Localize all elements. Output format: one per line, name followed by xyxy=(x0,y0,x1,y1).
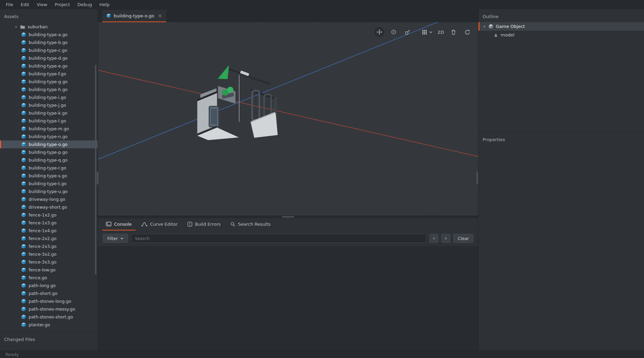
asset-file-name: fence-2x2.go xyxy=(29,236,57,241)
asset-file-row[interactable]: building-type-b.go xyxy=(0,39,98,46)
menu-item-label: Help xyxy=(99,2,110,7)
asset-file-name: building-type-s.go xyxy=(29,173,67,178)
tab-console[interactable]: Console xyxy=(102,218,136,230)
asset-file-row[interactable]: fence-low.go xyxy=(0,266,98,274)
game-object-file-icon xyxy=(21,142,26,147)
menu-item[interactable]: Debug xyxy=(74,0,96,9)
asset-file-row[interactable]: fence-2x3.go xyxy=(0,242,98,250)
asset-file-row[interactable]: building-type-e.go xyxy=(0,62,98,70)
asset-file-row[interactable]: building-type-j.go xyxy=(0,101,98,109)
grid-settings-button[interactable] xyxy=(421,27,433,37)
caret-down-icon[interactable]: ▾ xyxy=(483,25,486,28)
game-object-file-icon xyxy=(21,48,26,53)
asset-file-row[interactable]: building-type-i.go xyxy=(0,93,98,101)
x-axis-line xyxy=(98,70,478,156)
asset-file-row[interactable]: driveway-short.go xyxy=(0,203,98,211)
asset-file-name: building-type-d.go xyxy=(29,56,68,61)
prev-match-button[interactable]: ‹ xyxy=(429,234,438,243)
outline-row-model[interactable]: model xyxy=(478,31,644,39)
tab-curve-editor[interactable]: Curve Editor xyxy=(138,218,182,230)
tab-search-results[interactable]: Search Results xyxy=(226,218,274,230)
asset-file-row[interactable]: fence-1x4.go xyxy=(0,227,98,235)
asset-file-row[interactable]: path-short.go xyxy=(0,289,98,297)
filter-button[interactable]: Filter xyxy=(103,234,128,243)
asset-file-row[interactable]: driveway-long.go xyxy=(0,195,98,203)
asset-file-row[interactable]: fence-3x2.go xyxy=(0,250,98,258)
asset-file-row[interactable]: planter.go xyxy=(0,321,98,329)
asset-file-row[interactable]: fence-3x3.go xyxy=(0,258,98,266)
asset-file-row[interactable]: fence-2x2.go xyxy=(0,235,98,242)
outline-row-game-object[interactable]: ▾ Game Object xyxy=(478,22,644,31)
menu-item[interactable]: View xyxy=(33,0,51,9)
console-search-input[interactable] xyxy=(131,234,426,243)
asset-file-row[interactable]: building-type-d.go xyxy=(0,54,98,62)
asset-file-row[interactable]: path-long.go xyxy=(0,282,98,289)
menu-item[interactable]: File xyxy=(2,0,17,9)
warning-icon xyxy=(187,222,192,227)
folder-label: suburban xyxy=(28,24,48,29)
asset-file-row[interactable]: building-type-p.go xyxy=(0,148,98,156)
menu-item[interactable]: Edit xyxy=(17,0,33,9)
toggle-2d-button[interactable]: 2D xyxy=(438,27,444,37)
splitter-grip[interactable] xyxy=(282,216,294,218)
asset-file-row[interactable]: building-type-k.go xyxy=(0,109,98,117)
game-object-file-icon xyxy=(21,228,26,233)
tab-build-errors[interactable]: Build Errors xyxy=(184,218,224,230)
game-object-file-icon xyxy=(21,126,26,131)
asset-file-name: building-type-l.go xyxy=(29,118,66,123)
game-object-file-icon xyxy=(21,283,26,288)
scene-viewport[interactable]: 2D xyxy=(98,22,478,215)
asset-file-row[interactable]: path-stones-long.go xyxy=(0,297,98,305)
trash-button[interactable] xyxy=(449,27,458,37)
refresh-button[interactable] xyxy=(462,27,472,37)
clear-console-button[interactable]: Clear xyxy=(453,234,473,243)
asset-file-row[interactable]: building-type-u.go xyxy=(0,188,98,195)
move-tool-button[interactable] xyxy=(374,27,384,37)
asset-file-row[interactable]: building-type-a.go xyxy=(0,31,98,39)
caret-down-icon[interactable]: ▾ xyxy=(14,25,18,29)
rotate-tool-button[interactable] xyxy=(389,27,398,37)
asset-file-row[interactable]: building-type-l.go xyxy=(0,117,98,125)
asset-file-row[interactable]: building-type-h.go xyxy=(0,86,98,93)
asset-file-row[interactable]: building-type-f.go xyxy=(0,70,98,78)
asset-file-name: driveway-long.go xyxy=(29,197,65,202)
asset-file-row[interactable]: fence-1x2.go xyxy=(0,211,98,219)
scale-tool-button[interactable] xyxy=(403,27,412,37)
right-panel-splitter[interactable] xyxy=(476,171,478,184)
editor-area: building-type-o.go × xyxy=(98,9,478,350)
game-object-file-icon xyxy=(21,275,26,280)
asset-file-row[interactable]: path-stones-messy.go xyxy=(0,305,98,313)
editor-tabstrip: building-type-o.go × xyxy=(98,9,478,22)
asset-file-row[interactable]: building-type-s.go xyxy=(0,172,98,180)
console-splitter[interactable] xyxy=(98,215,478,218)
asset-file-row[interactable]: building-type-c.go xyxy=(0,46,98,54)
asset-file-row[interactable]: building-type-m.go xyxy=(0,125,98,133)
left-panel-splitter[interactable] xyxy=(97,171,98,184)
menu-item[interactable]: Help xyxy=(96,0,113,9)
asset-file-row[interactable]: building-type-q.go xyxy=(0,156,98,164)
game-object-file-icon xyxy=(21,267,26,272)
asset-file-name: building-type-f.go xyxy=(29,71,66,76)
asset-file-row[interactable]: fence.go xyxy=(0,274,98,282)
console-output[interactable] xyxy=(98,246,478,350)
asset-file-row[interactable]: path-stones-short.go xyxy=(0,313,98,321)
asset-file-name: building-type-h.go xyxy=(29,87,68,92)
asset-file-row[interactable]: building-type-n.go xyxy=(0,133,98,140)
trash-icon xyxy=(451,29,456,35)
tab-close-icon[interactable]: × xyxy=(158,13,162,18)
asset-file-row[interactable]: fence-1x3.go xyxy=(0,219,98,227)
next-match-button[interactable]: › xyxy=(441,234,450,243)
asset-file-row[interactable]: building-type-t.go xyxy=(0,180,98,188)
asset-file-name: building-type-r.go xyxy=(29,165,66,170)
chevron-down-icon xyxy=(120,237,124,240)
menu-item-label: File xyxy=(6,2,13,7)
asset-file-row[interactable]: building-type-g.go xyxy=(0,78,98,86)
asset-file-row[interactable]: building-type-o.go xyxy=(0,140,98,148)
menu-item[interactable]: Project xyxy=(51,0,74,9)
clear-button-label: Clear xyxy=(458,236,469,241)
assets-scrollbar-thumb[interactable] xyxy=(95,65,96,274)
asset-file-row[interactable]: building-type-r.go xyxy=(0,164,98,172)
editor-tab-building-type-o[interactable]: building-type-o.go × xyxy=(102,10,166,22)
game-object-file-icon xyxy=(21,158,26,163)
folder-row-suburban[interactable]: ▾ suburban xyxy=(0,23,98,31)
